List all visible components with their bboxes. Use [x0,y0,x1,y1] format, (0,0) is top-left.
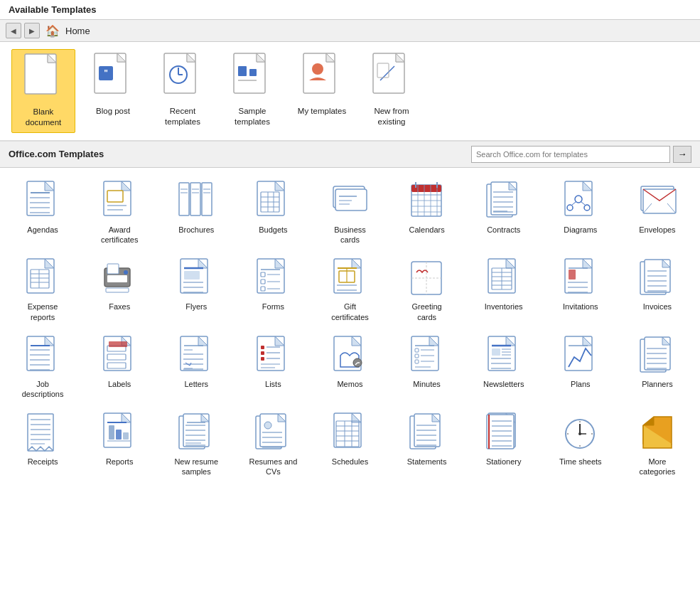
template-budgets[interactable]: Budgets [236,175,310,250]
recent-icon [163,53,203,103]
expense-template-label: Expense reports [28,302,58,322]
template-planners[interactable]: Planners [620,329,694,404]
top-template-existing[interactable]: New from existing [360,49,424,133]
template-forms[interactable]: Forms [236,252,310,326]
template-resumes[interactable]: Resumes and CVs [236,407,310,481]
top-template-sample[interactable]: Sample templates [220,49,284,133]
svg-rect-101 [106,288,129,292]
contracts-template-icon [483,179,525,222]
resumes-template-label: Resumes and CVs [249,457,297,477]
template-award[interactable]: Award certificates [82,175,156,250]
plans-template-icon [559,334,602,376]
svg-rect-37 [202,183,212,215]
lists-template-label: Lists [265,379,281,389]
template-invitations[interactable]: Invitations [544,252,618,326]
template-labels[interactable]: Labels [82,329,156,404]
svg-rect-13 [238,66,247,76]
template-more[interactable]: More categories [620,407,694,481]
sample-icon [232,53,272,103]
template-memos[interactable]: Memos [313,329,387,404]
business-template-icon [328,179,371,222]
invitations-template-label: Invitations [563,302,598,312]
template-business[interactable]: Business cards [313,175,387,250]
svg-rect-99 [107,275,127,282]
template-envelopes[interactable]: Envelopes [620,175,694,250]
template-schedules[interactable]: Schedules [313,407,387,481]
svg-rect-36 [190,183,200,215]
template-plans[interactable]: Plans [544,329,618,404]
svg-rect-232 [109,425,114,440]
contracts-template-label: Contracts [487,225,520,235]
templates-grid: Agendas Award certificates Brochures Bud… [0,168,700,488]
template-receipts[interactable]: Receipts [6,407,80,481]
page-title: Available Templates [0,0,700,20]
timesheets-template-icon [559,411,602,454]
svg-point-18 [312,63,323,75]
svg-rect-277 [487,415,514,449]
top-template-recent[interactable]: Recent templates [151,49,215,133]
svg-point-100 [124,270,128,275]
template-lists[interactable]: Lists [236,329,310,404]
template-contracts[interactable]: Contracts [467,175,541,250]
template-minutes[interactable]: Minutes [390,329,464,404]
template-flyers[interactable]: Flyers [159,252,233,326]
template-job[interactable]: Job descriptions [6,329,80,404]
inventories-template-icon [483,256,525,299]
top-template-my[interactable]: My templates [290,49,354,133]
template-reports[interactable]: Reports [82,407,156,481]
reports-template-icon [98,411,141,454]
greeting-template-label: Greeting cards [412,302,442,322]
search-button[interactable]: → [673,146,691,163]
template-brochures[interactable]: Brochures [159,175,233,250]
planners-template-label: Planners [642,379,672,389]
template-letters[interactable]: Letters [159,329,233,404]
svg-rect-105 [184,271,200,279]
receipts-template-icon [21,411,64,454]
budgets-template-icon [252,179,294,222]
lists-template-icon [252,334,294,376]
template-inventories[interactable]: Inventories [467,252,541,326]
invoices-template-label: Invoices [643,302,672,312]
schedules-template-icon [328,411,371,454]
existing-label: New from existing [374,106,409,127]
template-expense[interactable]: Expense reports [6,252,80,326]
my-label: My templates [298,106,346,117]
template-invoices[interactable]: Invoices [620,252,694,326]
budgets-template-label: Budgets [259,225,287,235]
template-newresume[interactable]: New resume samples [159,407,233,481]
svg-point-288 [578,432,581,435]
template-newsletters[interactable]: Newsletters [467,329,541,404]
sample-label: Sample templates [235,106,270,127]
more-template-label: More categories [640,457,676,477]
forward-button[interactable]: ▶ [24,23,40,38]
template-diagrams[interactable]: Diagrams [544,175,618,250]
template-statements[interactable]: Statements [390,407,464,481]
template-agendas[interactable]: Agendas [6,175,80,250]
diagrams-template-icon [559,179,602,222]
template-calendars[interactable]: Calendars [390,175,464,250]
template-greeting[interactable]: Greeting cards [390,252,464,326]
minutes-template-label: Minutes [413,379,441,389]
template-stationery[interactable]: Stationery [467,407,541,481]
forms-template-label: Forms [262,302,284,312]
top-template-blog[interactable]: "Blog post [81,49,145,133]
gift-template-icon [328,256,371,299]
svg-rect-53 [335,189,367,211]
template-faxes[interactable]: Faxes [82,252,156,326]
back-button[interactable]: ◀ [6,23,21,38]
template-timesheets[interactable]: Time sheets [544,407,618,481]
top-templates-section: Blank document "Blog post Recent templat… [0,42,700,141]
svg-rect-35 [179,183,189,215]
template-gift[interactable]: Gift certificates [313,252,387,326]
newsletters-template-icon [483,334,525,376]
recent-label: Recent templates [165,106,200,127]
existing-icon [372,53,411,103]
top-template-blank[interactable]: Blank document [11,49,75,133]
plans-template-label: Plans [571,379,591,389]
job-template-icon [21,334,64,376]
home-icon: 🏠 [45,24,60,38]
svg-rect-177 [261,346,264,349]
more-template-icon [636,411,679,454]
calendars-template-icon [406,179,448,222]
search-input[interactable] [471,146,670,163]
